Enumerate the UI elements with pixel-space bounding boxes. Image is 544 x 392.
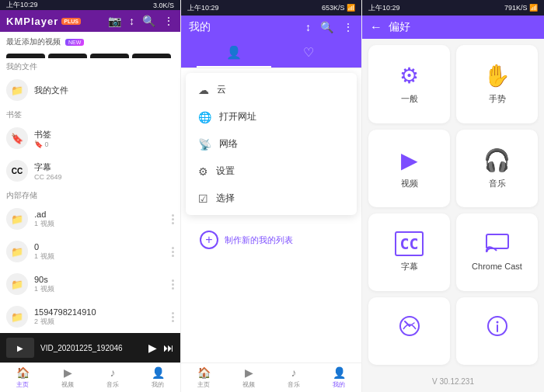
- logo-text: KMPlayer: [6, 16, 58, 27]
- now-playing-bar[interactable]: ▶ VID_20201225_192046 ▶ ⏭: [0, 333, 180, 363]
- right-panel: 上午10:29 791K/S 📶 ← 偏好 ⚙ 一般 ✋ 手势 ▶ 视频 🎧 音…: [362, 0, 544, 392]
- thumbnail-4[interactable]: ▶ VID_202012: [132, 54, 171, 58]
- kmplayer-logo: KMPlayer PLUS: [6, 16, 81, 27]
- nav-video-left[interactable]: ▶ 视频: [45, 363, 90, 392]
- status-bar-left: 上午10:29 3.0K/S: [0, 0, 180, 10]
- more-icon-middle[interactable]: ⋮: [343, 21, 354, 33]
- network-middle: 653K/S 📶: [322, 4, 355, 12]
- preferences-grid: ⚙ 一般 ✋ 手势 ▶ 视频 🎧 音乐 CC 字幕: [362, 39, 544, 371]
- 90s-name: 90s: [34, 275, 166, 284]
- create-new-button[interactable]: + 制作新的我的列表: [187, 223, 355, 257]
- 0-text: 0 1 视频: [34, 242, 166, 262]
- time-middle: 上午10:29: [187, 3, 219, 13]
- pref-card-chromecast[interactable]: Chrome Cast: [456, 213, 538, 291]
- nav-music-middle[interactable]: ♪ 音乐: [271, 363, 316, 392]
- subtitles-count: CC 2649: [34, 173, 174, 181]
- dropdown-item-network[interactable]: 📡 网络: [186, 130, 357, 158]
- subtitles-text: 字幕 CC 2649: [34, 161, 174, 181]
- tab-heart[interactable]: ♡: [271, 39, 346, 68]
- home-icon-m: 🏠: [197, 366, 211, 379]
- my-files-icon: 📁: [6, 79, 28, 101]
- version-text: V 30.12.231: [432, 377, 474, 386]
- logo-plus-badge: PLUS: [61, 18, 81, 25]
- nav-my-label-m: 我的: [333, 380, 345, 389]
- nav-my-middle[interactable]: 👤 我的: [316, 363, 361, 392]
- middle-panel: 上午10:29 653K/S 📶 我的 ↕ 🔍 ⋮ 👤 ♡ ☁ 云 🌐 打开网址…: [181, 0, 362, 392]
- ad-name: .ad: [34, 210, 166, 219]
- play-button[interactable]: ▶: [148, 342, 157, 354]
- pref-card-subtitle[interactable]: CC 字幕: [368, 213, 450, 291]
- status-bar-middle: 上午10:29 653K/S 📶: [181, 0, 361, 16]
- nav-music-left[interactable]: ♪ 音乐: [90, 363, 135, 392]
- subtitle-cc-icon: CC: [395, 231, 423, 256]
- list-item-my-files[interactable]: 📁 我的文件: [0, 74, 180, 106]
- sort-icon[interactable]: ↕: [129, 15, 134, 27]
- camera-icon[interactable]: 📷: [108, 15, 121, 27]
- list-item-90s[interactable]: 📁 90s 1 视频: [0, 268, 180, 300]
- my-icon-m: 👤: [333, 366, 346, 379]
- folder-icon-ad: 📁: [6, 208, 28, 230]
- thumbnail-1[interactable]: ▶ 526ed42a6b8b4: [6, 54, 45, 58]
- gesture-icon: ✋: [483, 63, 511, 88]
- subtitle-label: 字幕: [401, 261, 418, 272]
- search-icon-left[interactable]: 🔍: [142, 15, 155, 27]
- thumbnail-3[interactable]: ▶ VID_20201225_1: [90, 54, 129, 58]
- folder-icon-90s: 📁: [6, 273, 28, 295]
- home-icon: 🏠: [16, 366, 30, 379]
- search-icon-middle[interactable]: 🔍: [320, 21, 333, 33]
- thumbnail-2[interactable]: ▶ VID_20201225_2: [48, 54, 87, 58]
- list-item-ad[interactable]: 📁 .ad 1 视频: [0, 203, 180, 235]
- list-item-1594[interactable]: 📁 1594798214910 2 视频: [0, 300, 180, 333]
- dropdown-item-settings[interactable]: ⚙ 设置: [186, 158, 357, 185]
- recently-added-label: 最近添加的视频: [6, 36, 61, 47]
- 0-name: 0: [34, 242, 166, 252]
- video-pref-icon: ▶: [401, 147, 418, 173]
- header-icons-left: 📷 ↕ 🔍 ⋮: [108, 15, 174, 27]
- list-item-bookmarks[interactable]: 🔖 书签 🔖 0: [0, 122, 180, 154]
- dropdown-item-select[interactable]: ☑ 选择: [186, 185, 357, 212]
- bookmarks-text: 书签 🔖 0: [34, 129, 174, 148]
- dropdown-settings-label: 设置: [216, 165, 235, 178]
- sort-icon-middle[interactable]: ↕: [305, 21, 311, 33]
- subtitles-name: 字幕: [34, 161, 174, 173]
- general-label: 一般: [401, 93, 418, 105]
- more-icon-1594[interactable]: [172, 312, 174, 322]
- nav-music-label: 音乐: [106, 380, 119, 389]
- info-icon: [486, 315, 508, 342]
- list-item-0[interactable]: 📁 0 1 视频: [0, 235, 180, 268]
- more-icon-left[interactable]: ⋮: [163, 15, 174, 27]
- more-icon-0[interactable]: [172, 247, 174, 257]
- pref-card-general[interactable]: ⚙ 一般: [368, 45, 450, 123]
- dropdown-item-url[interactable]: 🌐 打开网址: [186, 103, 357, 130]
- new-badge: NEW: [65, 39, 84, 46]
- bookmarks-section-title: 书签: [0, 106, 180, 122]
- nav-my-label: 我的: [152, 380, 164, 389]
- nav-my-left[interactable]: 👤 我的: [135, 363, 180, 392]
- network-left: 3.0K/S: [153, 2, 174, 9]
- tab-person[interactable]: 👤: [197, 39, 271, 68]
- pref-card-gesture[interactable]: ✋ 手势: [456, 45, 538, 123]
- pref-card-video[interactable]: ▶ 视频: [368, 130, 450, 208]
- list-item-subtitles[interactable]: CC 字幕 CC 2649: [0, 154, 180, 187]
- nav-video-middle[interactable]: ▶ 视频: [226, 363, 271, 392]
- nav-home-middle[interactable]: 🏠 主页: [181, 363, 226, 392]
- 1594-count: 2 视频: [34, 317, 166, 327]
- nav-home-left[interactable]: 🏠 主页: [0, 363, 45, 392]
- 1594-text: 1594798214910 2 视频: [34, 307, 166, 327]
- pref-card-info[interactable]: [456, 297, 538, 366]
- more-icon-ad[interactable]: [172, 214, 174, 224]
- pref-card-speed[interactable]: [368, 297, 450, 366]
- bookmarks-name: 书签: [34, 129, 174, 140]
- right-header: ← 偏好: [362, 16, 544, 39]
- status-bar-right: 上午10:29 791K/S 📶: [362, 0, 544, 16]
- dropdown-item-cloud[interactable]: ☁ 云: [186, 76, 357, 103]
- general-icon: ⚙: [399, 63, 419, 88]
- chromecast-icon: [486, 234, 509, 257]
- pref-card-music[interactable]: 🎧 音乐: [456, 130, 538, 208]
- next-button[interactable]: ⏭: [163, 342, 174, 354]
- more-icon-90s[interactable]: [172, 279, 174, 290]
- subtitles-icon: CC: [6, 160, 28, 182]
- nav-video-label-m: 视频: [242, 380, 255, 389]
- back-button[interactable]: ←: [370, 20, 382, 34]
- ad-count: 1 视频: [34, 219, 166, 229]
